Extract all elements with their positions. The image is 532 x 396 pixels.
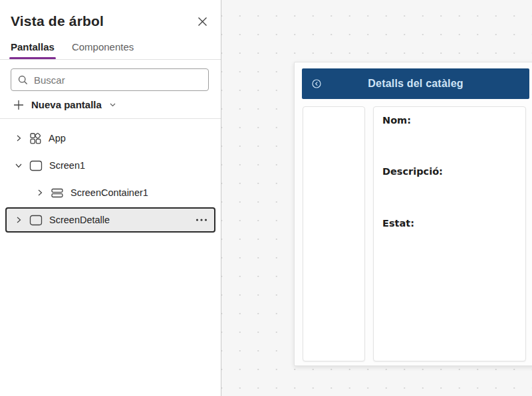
tab-componentes[interactable]: Componentes — [72, 36, 134, 59]
back-icon[interactable] — [312, 79, 321, 88]
field-label-nom: Nom: — [382, 115, 411, 126]
app-icon — [29, 132, 42, 145]
app-screen-title: Detalls del catàleg — [368, 78, 463, 90]
app-detail-panel[interactable]: Nom: Descripció: Estat: — [373, 106, 526, 361]
tree-item-label: ScreenDetalle — [49, 215, 196, 225]
search-box[interactable] — [11, 68, 209, 91]
tree-item-label: App — [49, 133, 207, 144]
tree-item-screen1[interactable]: Screen1 — [5, 153, 215, 178]
app-screen-header[interactable]: Detalls del catàleg — [302, 68, 529, 99]
search-icon — [18, 75, 28, 85]
tab-pantallas[interactable]: Pantallas — [11, 36, 55, 59]
close-panel-button[interactable] — [194, 13, 210, 29]
tree-item-screencontainer1[interactable]: ScreenContainer1 — [5, 180, 215, 205]
panel-title: Vista de árbol — [11, 13, 104, 29]
design-canvas[interactable]: Detalls del catàleg Nom: Descripció: Est… — [221, 0, 532, 396]
tree-item-screendetalle[interactable]: ScreenDetalle — [5, 207, 215, 233]
panel-header: Vista de árbol — [0, 0, 221, 36]
more-options-icon[interactable] — [196, 218, 207, 222]
container-icon — [51, 187, 64, 199]
tree-view-panel: Vista de árbol Pantallas Componentes Nue… — [0, 0, 221, 396]
screen-tree: App Screen1 S — [0, 119, 221, 235]
plus-icon — [13, 100, 24, 110]
chevron-down-icon[interactable] — [15, 162, 23, 169]
search-input[interactable] — [34, 74, 201, 86]
field-label-descripcio: Descripció: — [382, 166, 443, 177]
chevron-down-icon — [109, 101, 116, 108]
tree-item-app[interactable]: App — [5, 126, 215, 151]
new-screen-button[interactable]: Nueva pantalla — [0, 91, 221, 119]
chevron-right-icon[interactable] — [15, 216, 23, 224]
panel-tabs: Pantallas Componentes — [0, 36, 221, 60]
search-wrap — [0, 60, 221, 91]
chevron-right-icon[interactable] — [36, 189, 44, 197]
close-icon — [198, 17, 207, 27]
tree-item-label: ScreenContainer1 — [70, 187, 207, 198]
screen-icon — [29, 160, 43, 171]
chevron-right-icon[interactable] — [15, 134, 23, 142]
app-left-panel[interactable] — [303, 106, 365, 361]
tree-item-label: Screen1 — [49, 160, 207, 171]
field-label-estat: Estat: — [382, 218, 414, 229]
screen-icon — [29, 215, 43, 226]
new-screen-label: Nueva pantalla — [31, 99, 102, 110]
app-screen-preview[interactable]: Detalls del catàleg Nom: Descripció: Est… — [294, 62, 532, 366]
